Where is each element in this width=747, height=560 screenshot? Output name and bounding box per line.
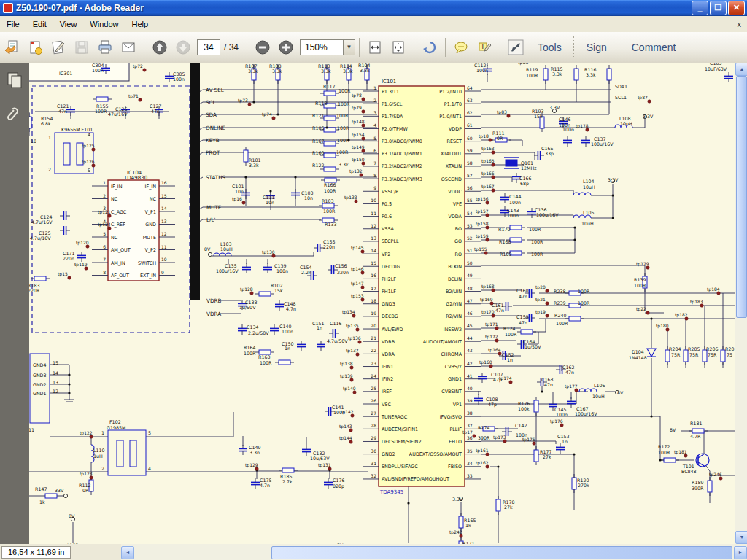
schematic-label: R204 bbox=[669, 346, 681, 351]
title-bar[interactable]: Z50.190-07.pdf - Adobe Reader _ ❐ ✕ bbox=[0, 0, 747, 16]
schematic-label: ONLINE bbox=[206, 125, 226, 131]
scroll-up-arrow[interactable]: ▲ bbox=[735, 63, 747, 76]
schematic-label: R115 bbox=[551, 66, 562, 71]
test-point bbox=[362, 149, 365, 152]
comment-button[interactable]: Comment bbox=[622, 42, 686, 53]
page-thumbnails-icon[interactable] bbox=[7, 71, 23, 89]
tools-button[interactable]: Tools bbox=[527, 42, 572, 53]
schematic-label: 3.3V bbox=[549, 105, 560, 110]
schematic-label: tp125 bbox=[82, 143, 95, 149]
schematic-label: 100R bbox=[337, 125, 349, 131]
sign-doc-icon[interactable] bbox=[47, 36, 69, 58]
schematic-label: 8 bbox=[374, 173, 376, 178]
schematic-label: 75R bbox=[671, 352, 681, 357]
comment-bubble-icon[interactable] bbox=[450, 36, 472, 58]
schematic-label: EXT_IN bbox=[140, 273, 156, 279]
schematic-label: 28 bbox=[371, 423, 376, 428]
schematic-label: 12 bbox=[371, 223, 376, 228]
schematic-label: IC301 bbox=[59, 71, 72, 76]
schematic-label: IREF bbox=[382, 389, 392, 394]
schematic-label: 100u/16V bbox=[216, 268, 239, 273]
schematic-label: tp148 bbox=[352, 119, 365, 125]
minimize-button[interactable]: _ bbox=[692, 1, 708, 15]
scroll-down-arrow[interactable]: ▼ bbox=[735, 531, 747, 544]
sign-button[interactable]: Sign bbox=[576, 42, 617, 53]
page-up-icon[interactable] bbox=[149, 36, 171, 58]
schematic-label: VDRB bbox=[382, 339, 395, 345]
print-icon[interactable] bbox=[94, 36, 116, 58]
schematic-label: tp121 bbox=[98, 209, 111, 215]
schematic-label: 14 bbox=[371, 248, 376, 253]
schematic-label: tp242 bbox=[449, 529, 462, 535]
schematic-label: tp161 bbox=[476, 448, 489, 454]
zoom-level-input[interactable]: 150% bbox=[300, 39, 344, 55]
fit-width-icon[interactable] bbox=[364, 36, 386, 58]
menu-edit[interactable]: Edit bbox=[26, 18, 53, 31]
schematic-label: 17 bbox=[371, 286, 376, 291]
schematic-label: 100n bbox=[476, 68, 488, 73]
test-point bbox=[350, 366, 353, 369]
zoom-in-icon[interactable] bbox=[275, 36, 297, 58]
vertical-scroll-thumb[interactable] bbox=[736, 76, 747, 318]
zoom-dropdown-arrow[interactable]: ▼ bbox=[344, 39, 355, 55]
resistor-symbol bbox=[684, 350, 688, 362]
schematic-label: 9 bbox=[161, 270, 164, 275]
restore-button[interactable]: ❐ bbox=[710, 1, 727, 15]
menu-help[interactable]: Help bbox=[125, 18, 155, 31]
schematic-label: G2/YIN bbox=[446, 301, 462, 307]
schematic-label: IFIN1 bbox=[382, 364, 393, 370]
schematic-label: R177 bbox=[540, 449, 551, 454]
test-point bbox=[68, 276, 71, 279]
schematic-label: tp143 bbox=[339, 424, 352, 429]
schematic-label: C149 bbox=[249, 445, 260, 450]
schematic-label: 2 bbox=[103, 193, 106, 198]
scroll-left-arrow[interactable]: ◄ bbox=[121, 546, 134, 559]
page-down-icon[interactable] bbox=[172, 36, 194, 58]
schematic-label: 220R bbox=[29, 288, 40, 293]
schematic-label: 13 bbox=[371, 236, 376, 241]
schematic-label: 1 bbox=[48, 135, 51, 140]
vertical-scrollbar[interactable]: ▲ ▼ bbox=[735, 63, 747, 544]
schematic-label: BCLIN bbox=[448, 276, 462, 282]
inductor-symbol bbox=[573, 215, 591, 218]
schematic-label: L103 bbox=[220, 241, 232, 246]
schematic-label: R183 bbox=[29, 283, 39, 288]
horizontal-scroll-thumb[interactable] bbox=[271, 546, 732, 559]
highlight-text-icon[interactable]: T bbox=[473, 36, 495, 58]
rotate-view-icon[interactable] bbox=[419, 36, 441, 58]
email-icon[interactable] bbox=[117, 36, 139, 58]
menu-window[interactable]: Window bbox=[83, 18, 125, 31]
save-icon[interactable] bbox=[71, 36, 93, 58]
page-number-input[interactable]: 34 bbox=[197, 39, 220, 55]
fit-page-icon[interactable] bbox=[387, 36, 409, 58]
schematic-label: 33p bbox=[545, 151, 554, 157]
create-pdf-icon[interactable] bbox=[24, 36, 46, 58]
resistor-symbol bbox=[534, 400, 538, 412]
fullscreen-icon[interactable] bbox=[505, 36, 527, 58]
menu-view[interactable]: View bbox=[53, 18, 84, 31]
schematic-label: tp168 bbox=[481, 284, 495, 289]
close-button[interactable]: ✕ bbox=[728, 1, 745, 15]
schematic-label: tp170 bbox=[481, 309, 495, 315]
schematic-label: AVL/EWD bbox=[382, 327, 403, 332]
schematic-label: 100R bbox=[324, 188, 336, 193]
schematic-label: tp163 bbox=[481, 146, 495, 152]
menu-file[interactable]: File bbox=[0, 18, 26, 31]
test-point bbox=[492, 289, 495, 292]
pdf-page-canvas[interactable]: IC101TDA93451P1.3/T12P1.6/SCL3P1.7/SDA4P… bbox=[29, 63, 735, 544]
schematic-label: 5 bbox=[148, 430, 151, 435]
scroll-right-arrow[interactable]: ► bbox=[734, 546, 747, 559]
schematic-label: R164 bbox=[244, 345, 255, 350]
junction-dot bbox=[244, 176, 247, 178]
attachments-paperclip-icon[interactable] bbox=[7, 106, 23, 124]
horizontal-scrollbar[interactable]: ◄ ► bbox=[121, 544, 747, 560]
schematic-label: 100R bbox=[531, 252, 543, 257]
schematic-label: CVBS/Y bbox=[445, 364, 462, 370]
schematic-label: 100R bbox=[529, 227, 541, 232]
schematic-label: R165 bbox=[464, 518, 476, 523]
document-close-x[interactable]: x bbox=[732, 20, 747, 28]
open-icon[interactable] bbox=[1, 36, 23, 58]
zoom-out-icon[interactable] bbox=[252, 36, 274, 58]
schematic-label: tp135 bbox=[346, 323, 359, 329]
schematic-label: C163 bbox=[541, 377, 553, 382]
